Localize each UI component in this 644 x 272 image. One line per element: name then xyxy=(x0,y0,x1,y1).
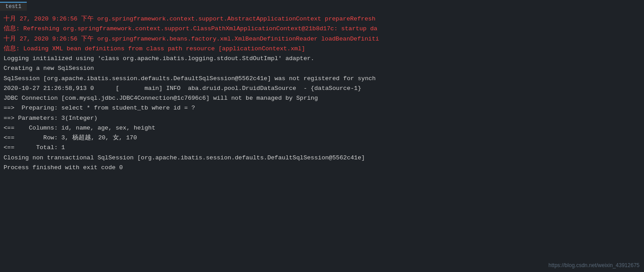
log-line: ==> Parameters: 3(Integer) xyxy=(4,114,640,123)
console-tab[interactable]: test1 xyxy=(0,2,27,11)
log-line: 2020-10-27 21:26:58,913 0 [ main] INFO a… xyxy=(4,84,640,93)
log-line: Creating a new SqlSession xyxy=(4,64,640,73)
log-line: 信息: Refreshing org.springframework.conte… xyxy=(4,24,640,34)
log-line: ==> Preparing: select * from student_tb … xyxy=(4,103,640,113)
log-line: JDBC Connection [com.mysql.jdbc.JDBC4Con… xyxy=(4,93,640,103)
log-line: <== Row: 3, 杨超越, 20, 女, 170 xyxy=(4,133,640,143)
log-line: Process finished with exit code 0 xyxy=(4,163,640,173)
log-line: <== Total: 1 xyxy=(4,143,640,153)
log-line: 十月 27, 2020 9:26:56 下午 org.springframewo… xyxy=(4,14,640,24)
tab-bar: test1 xyxy=(0,2,644,12)
console-container: test1 十月 27, 2020 9:26:56 下午 org.springf… xyxy=(0,0,644,272)
log-line: Logging initialized using 'class org.apa… xyxy=(4,54,640,64)
log-line: 十月 27, 2020 9:26:56 下午 org.springframewo… xyxy=(4,34,640,44)
log-area: 十月 27, 2020 9:26:56 下午 org.springframewo… xyxy=(0,12,644,175)
log-line: <== Columns: id, name, age, sex, height xyxy=(4,123,640,133)
log-line: SqlSession [org.apache.ibatis.session.de… xyxy=(4,74,640,84)
log-line: Closing non transactional SqlSession [or… xyxy=(4,153,640,163)
watermark: https://blog.csdn.net/weixin_43912675 xyxy=(549,262,640,268)
log-line: 信息: Loading XML bean definitions from cl… xyxy=(4,44,640,54)
